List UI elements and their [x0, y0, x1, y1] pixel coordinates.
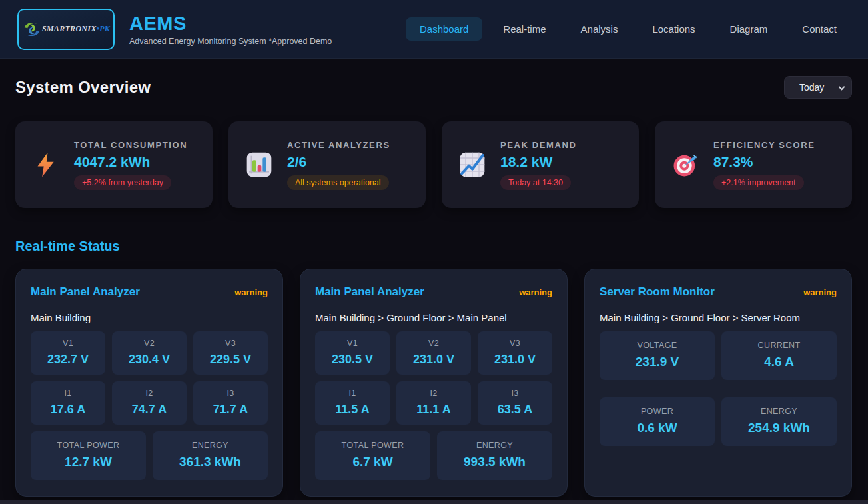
header: SMARTRONIX•PK AEMS Advanced Energy Monit…	[0, 0, 868, 59]
metric-v1: V1 230.5 V	[315, 331, 390, 375]
stats-row: TOTAL CONSUMPTION 4047.2 kWh +5.2% from …	[15, 121, 852, 208]
analyzer-location: Main Building	[31, 312, 268, 323]
analyzer-card-server-room: Server Room Monitor warning Main Buildin…	[584, 269, 852, 497]
metric-i1: I1 17.6 A	[31, 381, 105, 425]
metric-total-power: TOTAL POWER 6.7 kW	[315, 431, 430, 480]
period-select[interactable]: Today	[784, 76, 852, 99]
nav-tab-locations[interactable]: Locations	[638, 17, 709, 41]
analyzer-name: Main Panel Analyzer	[31, 285, 140, 299]
metric-energy: ENERGY 361.3 kWh	[153, 431, 268, 480]
nav-tab-diagram[interactable]: Diagram	[716, 17, 782, 41]
metric-v3: V3 229.5 V	[193, 331, 268, 375]
metric-voltage: VOLTAGE 231.9 V	[600, 331, 715, 380]
stat-badge: All systems operational	[287, 175, 389, 190]
stat-label: ACTIVE ANALYZERS	[287, 140, 390, 150]
totals-grid: TOTAL POWER 6.7 kW ENERGY 993.5 kWh	[315, 431, 552, 480]
metric-v2: V2 230.4 V	[112, 331, 187, 375]
stat-badge: +2.1% improvement	[713, 175, 804, 190]
stat-label: EFFICIENCY SCORE	[713, 140, 815, 150]
metric-grid: V1 232.7 V V2 230.4 V V3 229.5 V I1 17.6…	[31, 331, 268, 425]
stat-value: 87.3%	[713, 154, 815, 170]
app-title: AEMS	[129, 13, 332, 35]
nav-tab-analysis[interactable]: Analysis	[567, 17, 632, 41]
metric-i1: I1 11.5 A	[315, 381, 390, 425]
bottom-divider	[0, 500, 868, 504]
metric-v2: V2 231.0 V	[396, 331, 471, 375]
stat-label: PEAK DEMAND	[500, 140, 576, 150]
metric-i2: I2 74.7 A	[112, 381, 187, 425]
status-badge: warning	[234, 287, 268, 297]
metric-i2: I2 11.1 A	[396, 381, 471, 425]
lightning-icon	[33, 151, 59, 178]
metric-energy: ENERGY 254.9 kWh	[721, 397, 837, 446]
main-nav: Dashboard Real-time Analysis Locations D…	[406, 17, 851, 41]
period-select-wrap: Today	[784, 76, 852, 99]
metric-total-power: TOTAL POWER 12.7 kW	[31, 431, 146, 480]
brand-logo[interactable]: SMARTRONIX•PK	[17, 9, 115, 50]
stat-badge: Today at 14:30	[500, 175, 571, 190]
stat-card-active-analyzers: ACTIVE ANALYZERS 2/6 All systems operati…	[228, 121, 426, 208]
status-badge: warning	[519, 287, 552, 297]
analyzer-name: Main Panel Analyzer	[315, 285, 424, 299]
metric-i3: I3 71.7 A	[193, 381, 268, 425]
bar-chart-icon	[246, 151, 272, 178]
stat-card-peak-demand: PEAK DEMAND 18.2 kW Today at 14:30	[442, 121, 639, 208]
analyzer-location: Main Building > Ground Floor > Server Ro…	[600, 312, 837, 323]
page-title: System Overview	[15, 78, 151, 97]
totals-grid: TOTAL POWER 12.7 kW ENERGY 361.3 kWh	[31, 431, 268, 480]
app-title-block: AEMS Advanced Energy Monitoring System *…	[129, 13, 332, 46]
metric-i3: I3 63.5 A	[478, 381, 552, 425]
status-badge: warning	[803, 287, 837, 297]
smartronix-swirl-icon	[22, 19, 42, 39]
metric-current: CURRENT 4.6 A	[721, 331, 837, 380]
stat-value: 18.2 kW	[500, 154, 576, 170]
target-icon	[672, 151, 699, 178]
analyzer-card-main-panel-1: Main Panel Analyzer warning Main Buildin…	[15, 269, 283, 497]
stat-label: TOTAL CONSUMPTION	[74, 140, 187, 150]
analyzer-card-main-panel-2: Main Panel Analyzer warning Main Buildin…	[300, 269, 568, 497]
stat-card-total-consumption: TOTAL CONSUMPTION 4047.2 kWh +5.2% from …	[15, 121, 213, 208]
main-content: System Overview Today TOTAL CONSUMPTION	[0, 59, 868, 500]
stat-value: 4047.2 kWh	[74, 154, 187, 170]
nav-tab-contact[interactable]: Contact	[788, 17, 851, 41]
chart-increasing-icon	[459, 151, 486, 178]
metric-power: POWER 0.6 kW	[600, 397, 715, 446]
nav-tab-realtime[interactable]: Real-time	[489, 17, 560, 41]
analyzer-name: Server Room Monitor	[600, 285, 715, 299]
app-subtitle: Advanced Energy Monitoring System *Appro…	[129, 37, 332, 46]
metric-grid: V1 230.5 V V2 231.0 V V3 231.0 V I1 11.5…	[315, 331, 552, 425]
page: SMARTRONIX•PK AEMS Advanced Energy Monit…	[0, 0, 868, 504]
metric-v1: V1 232.7 V	[31, 331, 105, 375]
stat-card-efficiency-score: EFFICIENCY SCORE 87.3% +2.1% improvement	[655, 121, 852, 208]
stat-value: 2/6	[287, 154, 390, 170]
brand-name: SMARTRONIX•PK	[42, 24, 110, 34]
metric-v3: V3 231.0 V	[478, 331, 552, 375]
realtime-section-title: Real-time Status	[15, 239, 852, 254]
analyzer-location: Main Building > Ground Floor > Main Pane…	[315, 312, 552, 323]
overview-header: System Overview Today	[15, 76, 852, 99]
metric-grid: VOLTAGE 231.9 V CURRENT 4.6 A POWER 0.6 …	[600, 331, 837, 446]
stat-badge: +5.2% from yesterday	[74, 175, 171, 190]
metric-energy: ENERGY 993.5 kWh	[437, 431, 552, 480]
realtime-cards-row: Main Panel Analyzer warning Main Buildin…	[15, 269, 852, 497]
nav-tab-dashboard[interactable]: Dashboard	[406, 17, 482, 41]
